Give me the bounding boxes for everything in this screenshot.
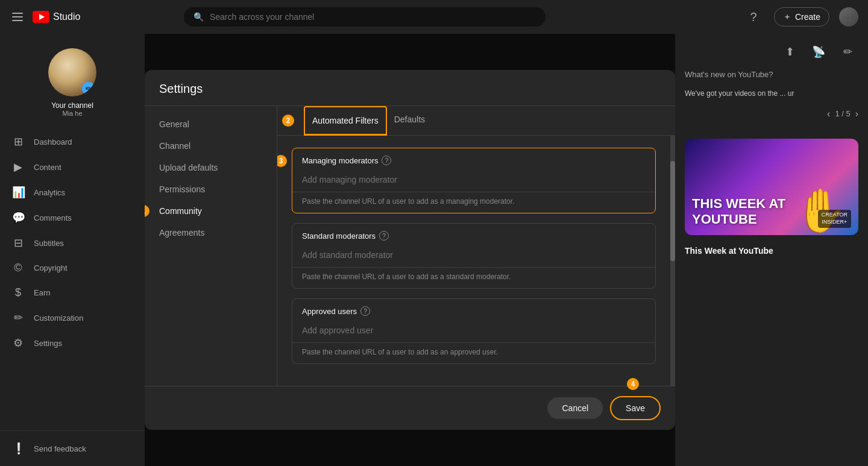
modal-nav-agreements[interactable]: Agreements xyxy=(145,222,277,244)
tab-label: Defaults xyxy=(394,115,425,124)
modal-body: General Channel Upload defaults Permissi… xyxy=(145,106,675,386)
modal-overlay: Settings General Channel Upload defaults… xyxy=(145,34,675,466)
approved-users-label: Approved users xyxy=(302,307,357,316)
managing-moderators-box: Managing moderators ? Paste the channel … xyxy=(292,148,656,213)
video-navigation: ‹ 1 / 5 › xyxy=(685,109,858,119)
modal-nav-general[interactable]: General xyxy=(145,113,277,135)
sidebar-item-label: Send feedback xyxy=(34,444,86,453)
modal-main-content: 2 Automated Filters Defaults xyxy=(277,106,675,386)
promo-line1: THIS WEEK AT xyxy=(692,196,785,212)
youtube-studio-logo[interactable]: Studio xyxy=(33,11,80,23)
sidebar-item-label: Earn xyxy=(34,288,50,297)
comments-icon: 💬 xyxy=(12,211,24,224)
prev-video-button[interactable]: ‹ xyxy=(827,109,830,119)
menu-icon[interactable] xyxy=(10,10,25,24)
standard-moderators-help-icon[interactable]: ? xyxy=(379,231,389,241)
edit-button[interactable]: ✏ xyxy=(837,41,858,63)
main-layout: ✏ Your channel Mia he ⊞ Dashboard ▶ Cont… xyxy=(0,34,868,466)
studio-label: Studio xyxy=(53,11,80,22)
create-label: Create xyxy=(795,12,820,22)
dashboard-icon: ⊞ xyxy=(12,135,24,148)
creator-badge-line1: CREATOR xyxy=(822,212,848,219)
sidebar-item-settings[interactable]: ⚙ Settings xyxy=(0,330,145,356)
modal-nav-channel[interactable]: Channel xyxy=(145,135,277,157)
sidebar-item-label: Subtitles xyxy=(34,239,64,248)
step-2-indicator: 2 xyxy=(282,115,294,127)
sidebar-item-label: Content xyxy=(34,163,61,172)
sidebar-item-content[interactable]: ▶ Content xyxy=(0,154,145,180)
video-week-label: This Week at YouTube xyxy=(685,246,858,256)
sidebar-item-earn[interactable]: $ Earn xyxy=(0,280,145,305)
feedback-icon: ❕ xyxy=(12,442,24,455)
content-icon: ▶ xyxy=(12,160,24,174)
sidebar-item-label: Dashboard xyxy=(34,137,72,146)
modal-footer: Cancel Save 4 xyxy=(145,386,675,430)
help-button[interactable]: ? xyxy=(743,6,764,28)
youtube-icon xyxy=(33,11,49,23)
save-button[interactable]: Save xyxy=(610,396,661,420)
modal-title: Settings xyxy=(159,82,661,96)
live-button[interactable]: 📡 xyxy=(808,41,829,63)
analytics-icon: 📊 xyxy=(12,186,24,199)
sidebar: ✏ Your channel Mia he ⊞ Dashboard ▶ Cont… xyxy=(0,34,145,466)
managing-moderators-help-icon[interactable]: ? xyxy=(382,156,391,165)
topbar-right: ? ＋ Create xyxy=(743,6,858,28)
tabs-bar: 2 Automated Filters Defaults xyxy=(277,106,675,136)
create-button[interactable]: ＋ Create xyxy=(774,7,829,27)
sidebar-bottom: ❕ Send feedback xyxy=(0,430,145,466)
managing-moderators-label: Managing moderators xyxy=(302,156,378,165)
earn-icon: $ xyxy=(12,286,24,299)
tab-defaults[interactable]: Defaults xyxy=(387,106,432,136)
create-plus-icon: ＋ xyxy=(783,11,791,22)
right-panel-actions: ⬆ 📡 ✏ xyxy=(675,34,868,70)
creator-badge-line2: INSIDER+ xyxy=(822,219,848,226)
modal-nav-upload-defaults[interactable]: Upload defaults xyxy=(145,157,277,178)
step-3-indicator: 3 xyxy=(277,155,287,167)
cancel-button[interactable]: Cancel xyxy=(547,397,603,419)
modal-nav-permissions[interactable]: Permissions xyxy=(145,178,277,200)
subtitles-icon: ⊟ xyxy=(12,236,24,250)
standard-moderators-input[interactable] xyxy=(292,245,655,267)
user-avatar[interactable] xyxy=(839,7,858,27)
approved-users-hint: Paste the channel URL of a user to add a… xyxy=(292,342,655,364)
modal-scrollbar[interactable] xyxy=(670,136,675,386)
standard-moderators-box: Standard moderators ? Paste the channel … xyxy=(292,223,656,289)
promo-card: THIS WEEK AT YOUTUBE 🤚 CREATOR INSIDER+ xyxy=(685,139,858,235)
approved-users-header: Approved users ? xyxy=(292,299,655,321)
search-bar[interactable]: 🔍 xyxy=(184,7,546,27)
community-label: Community xyxy=(159,206,202,216)
channel-avatar[interactable]: ✏ xyxy=(48,48,96,96)
tab-label: Automated Filters xyxy=(312,116,379,125)
sidebar-item-dashboard[interactable]: ⊞ Dashboard xyxy=(0,129,145,154)
channel-edit-icon: ✏ xyxy=(82,82,95,95)
approved-users-help-icon[interactable]: ? xyxy=(360,306,370,316)
sidebar-item-comments[interactable]: 💬 Comments xyxy=(0,205,145,230)
sidebar-nav: ⊞ Dashboard ▶ Content 📊 Analytics 💬 Comm… xyxy=(0,129,145,430)
customization-icon: ✏ xyxy=(12,311,24,324)
sidebar-item-label: Analytics xyxy=(34,188,65,197)
sidebar-item-analytics[interactable]: 📊 Analytics xyxy=(0,180,145,205)
sidebar-item-customization[interactable]: ✏ Customization xyxy=(0,305,145,330)
tab-automated-filters[interactable]: Automated Filters xyxy=(304,106,387,136)
channel-name: Your channel xyxy=(51,101,93,110)
next-video-button[interactable]: › xyxy=(855,109,858,119)
sidebar-item-label: Comments xyxy=(34,213,72,222)
search-input[interactable] xyxy=(210,12,536,22)
settings-scroll-area[interactable]: 3 Managing moderators ? Paste the channe… xyxy=(277,136,670,386)
sidebar-item-copyright[interactable]: © Copyright xyxy=(0,256,145,280)
search-icon: 🔍 xyxy=(193,12,204,22)
video-counter: 1 / 5 xyxy=(835,109,850,118)
right-panel-question: What's new on YouTube? xyxy=(675,70,868,84)
standard-moderators-header: Standard moderators ? xyxy=(292,224,655,245)
modal-nav-community[interactable]: Community 1 xyxy=(145,200,277,222)
upload-button[interactable]: ⬆ xyxy=(779,41,800,63)
standard-moderators-hint: Paste the channel URL of a user to add a… xyxy=(292,267,655,288)
sidebar-item-subtitles[interactable]: ⊟ Subtitles xyxy=(0,230,145,256)
sidebar-item-send-feedback[interactable]: ❕ Send feedback xyxy=(0,436,145,461)
approved-users-input[interactable] xyxy=(292,321,655,342)
settings-modal: Settings General Channel Upload defaults… xyxy=(145,70,675,430)
sidebar-item-label: Copyright xyxy=(34,263,68,272)
sidebar-item-label: Settings xyxy=(34,339,62,348)
managing-moderators-input[interactable] xyxy=(292,170,655,192)
channel-handle: Mia he xyxy=(62,110,82,117)
